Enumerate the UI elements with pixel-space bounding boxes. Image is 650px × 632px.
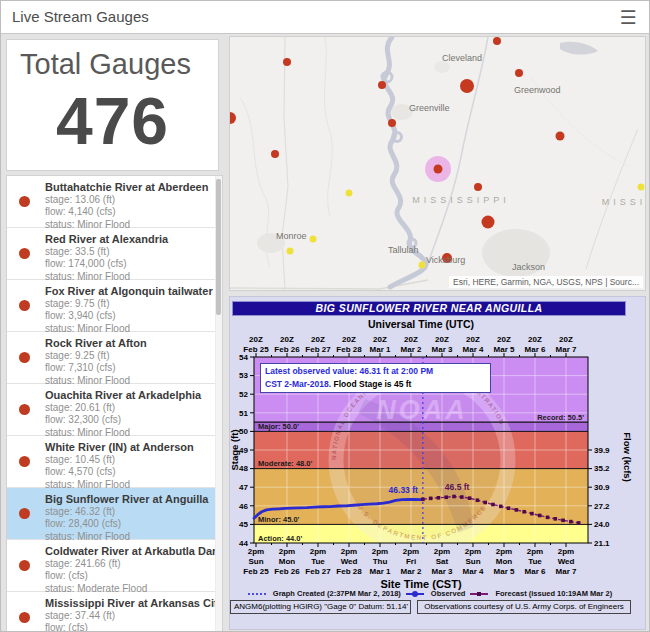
gauge-name: Coldwater River at Arkabutla Dam xyxy=(45,545,208,557)
flow-axis-title: Flow (kcfs) xyxy=(622,432,633,482)
gauge-name: Fox River at Algonquin tailwater xyxy=(45,285,208,297)
gauge-map-marker-action[interactable] xyxy=(310,236,317,243)
gauge-stage: stage: 33.5 (ft) xyxy=(45,246,208,258)
gauge-status-dot xyxy=(19,612,30,623)
stage-tick-label: 49 xyxy=(239,446,248,455)
utc-tick-label: 20Z xyxy=(497,335,511,344)
gauge-map-marker[interactable] xyxy=(556,132,565,141)
site-date-label: Mar 2 xyxy=(401,567,422,576)
gauge-map-marker[interactable] xyxy=(460,79,474,93)
list-scrollbar-thumb[interactable] xyxy=(216,179,221,315)
gauge-list-item[interactable]: Fox River at Algonquin tailwaterstage: 9… xyxy=(7,280,222,332)
app-header: Live Stream Gauges ☰ xyxy=(1,1,650,34)
legend-created-label: Graph Created (2:37PM Mar 2, 2018) xyxy=(273,589,401,598)
stage-tick-label: 53 xyxy=(239,371,248,380)
site-date-label: Mar 4 xyxy=(463,567,484,576)
utc-date-label: Mar 7 xyxy=(556,345,577,354)
chart-legend: Graph Created (2:37PM Mar 2, 2018) Obser… xyxy=(230,589,630,598)
gauge-name: Ouachita River at Arkadelphia xyxy=(45,389,208,401)
gauge-map-marker[interactable] xyxy=(378,81,386,89)
gauge-list-item[interactable]: Ouachita River at Arkadelphiastage: 20.6… xyxy=(7,384,222,436)
flood-stage-note: Flood Stage is 45 ft xyxy=(331,379,411,389)
utc-date-label: Mar 4 xyxy=(463,345,484,354)
total-gauges-label: Total Gauges xyxy=(20,48,218,81)
stage-tick-label: 45 xyxy=(239,520,248,529)
gauge-list-item[interactable]: Buttahatchie River at Aberdeenstage: 13.… xyxy=(7,176,222,228)
flow-tick-label: 21.1 xyxy=(594,539,610,548)
forecast-point-marker xyxy=(577,521,581,525)
site-day-label: Mon xyxy=(279,557,296,566)
flood-zone-label: Moderate: 48.0' xyxy=(258,459,313,468)
gauge-flow: flow: (cfs) xyxy=(45,570,208,582)
gauge-list-item[interactable]: Mississippi River at Arkansas Citystage:… xyxy=(7,592,222,632)
gauge-list-item[interactable]: Big Sunflower River at Anguillastage: 46… xyxy=(7,488,222,540)
list-scrollbar[interactable] xyxy=(215,176,222,632)
gauge-list-panel: Buttahatchie River at Aberdeenstage: 13.… xyxy=(6,175,223,632)
observed-value-label: 46.33 ft xyxy=(389,485,418,495)
total-gauges-count: 476 xyxy=(7,83,218,159)
gauge-list-item[interactable]: Rock River at Aftonstage: 9.25 (ft)flow:… xyxy=(7,332,222,384)
gauge-map-marker-action[interactable] xyxy=(346,190,353,197)
gauge-name: Big Sunflower River at Anguilla xyxy=(45,493,208,505)
site-tick-label: 2pm xyxy=(248,547,264,556)
stage-tick-label: 48 xyxy=(239,464,248,473)
site-tick-label: 2pm xyxy=(558,547,574,556)
gauge-stage: stage: 9.75 (ft) xyxy=(45,298,208,310)
gauge-map-marker[interactable] xyxy=(515,69,523,77)
gauge-flow: flow: 174,000 (cfs) xyxy=(45,258,208,270)
gauge-map-marker[interactable] xyxy=(283,58,291,66)
gauge-flow: flow: (cfs) xyxy=(45,622,208,632)
site-date-label: Feb 25 xyxy=(243,567,269,576)
site-tick-label: 2pm xyxy=(434,547,450,556)
forecast-point-marker xyxy=(476,498,480,502)
app-window: Live Stream Gauges ☰ Total Gauges 476 Bu… xyxy=(0,0,650,632)
site-tick-label: 2pm xyxy=(527,547,543,556)
flow-tick-label: 39.9 xyxy=(594,446,610,455)
site-date-label: Mar 6 xyxy=(525,567,546,576)
gauge-map-marker-action[interactable] xyxy=(419,262,426,269)
gauge-list-item[interactable]: Coldwater River at Arkabutla Damstage: 2… xyxy=(7,540,222,592)
gauge-map-marker[interactable] xyxy=(482,216,495,229)
map-canvas[interactable]: ClevelandGreenwoodGreenvilleMonroeTallul… xyxy=(230,37,645,290)
site-day-label: Sun xyxy=(465,557,480,566)
gauge-map-marker-action[interactable] xyxy=(287,248,294,255)
site-date-label: Mar 7 xyxy=(556,567,577,576)
gauge-flow: flow: 4,140 (cfs) xyxy=(45,206,208,218)
site-day-label: Fri xyxy=(406,557,416,566)
svg-text:NOAA: NOAA xyxy=(376,395,468,425)
flow-tick-label: 30.9 xyxy=(594,483,610,492)
hamburger-menu-icon[interactable]: ☰ xyxy=(615,6,641,30)
selected-gauge-marker[interactable] xyxy=(434,165,443,174)
utc-date-label: Mar 1 xyxy=(370,345,391,354)
utc-axis-title: Universal Time (UTC) xyxy=(230,318,612,330)
forecast-point-marker xyxy=(452,495,456,499)
gauge-list-item[interactable]: Red River at Alexandriastage: 33.5 (ft)f… xyxy=(7,228,222,280)
site-tick-label: 2pm xyxy=(341,547,357,556)
forecast-point-marker xyxy=(553,517,557,521)
gauge-map-marker[interactable] xyxy=(388,119,396,127)
gauge-map-marker-action[interactable] xyxy=(638,184,645,191)
forecast-point-marker xyxy=(515,508,519,512)
map-panel[interactable]: ClevelandGreenwoodGreenvilleMonroeTallul… xyxy=(229,36,646,291)
gauge-list-item[interactable]: White River (IN) at Andersonstage: 10.45… xyxy=(7,436,222,488)
gauge-stage: stage: 13.06 (ft) xyxy=(45,194,208,206)
gauge-map-marker[interactable] xyxy=(474,183,482,191)
gauge-status-dot xyxy=(19,456,30,467)
utc-date-label: Mar 5 xyxy=(494,345,515,354)
gauge-flow: flow: 4,570 (cfs) xyxy=(45,466,208,478)
gauge-map-marker[interactable] xyxy=(271,150,279,158)
utc-tick-label: 20Z xyxy=(559,335,573,344)
forecast-point-marker xyxy=(546,516,550,520)
latest-observed-line1: Latest observed value: 46.31 ft at 2:00 … xyxy=(265,365,486,378)
gauge-status-dot xyxy=(19,404,30,415)
gauge-map-marker[interactable] xyxy=(493,37,501,45)
stage-axis-title: Stage (ft) xyxy=(230,429,240,470)
site-tick-label: 2pm xyxy=(465,547,481,556)
stage-tick-label: 51 xyxy=(239,409,248,418)
gauge-stage: stage: 46.32 (ft) xyxy=(45,506,208,518)
forecast-point-marker xyxy=(421,497,425,501)
utc-tick-label: 20Z xyxy=(280,335,294,344)
map-city-label: Greenville xyxy=(409,103,450,113)
site-day-label: Tue xyxy=(311,557,325,566)
flow-tick-label: 35.2 xyxy=(594,464,610,473)
